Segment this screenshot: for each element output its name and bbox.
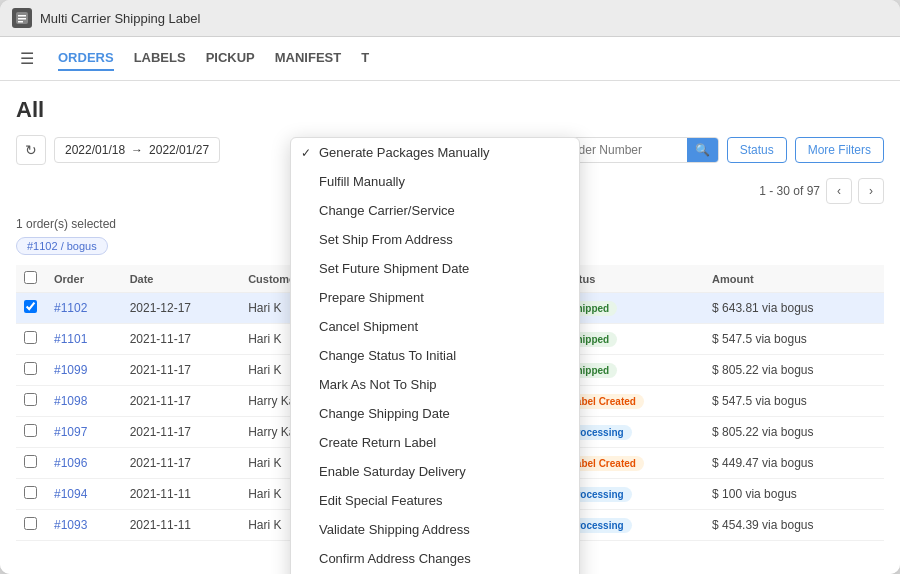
page-title: All — [16, 97, 884, 123]
date-end: 2022/01/27 — [149, 143, 209, 157]
row-order-id[interactable]: #1098 — [46, 386, 122, 417]
dropdown-item-change-shipping-date[interactable]: Change Shipping Date — [291, 399, 579, 428]
search-input[interactable] — [567, 138, 687, 162]
row-date: 2021-12-17 — [122, 293, 241, 324]
hamburger-menu[interactable]: ☰ — [16, 45, 38, 72]
dropdown-item-set-future-shipment-date[interactable]: Set Future Shipment Date — [291, 254, 579, 283]
row-checkbox[interactable] — [24, 455, 37, 468]
nav-bar: ☰ ORDERS LABELS PICKUP MANIFEST T — [0, 37, 900, 81]
row-amount: $ 100 via bogus — [704, 479, 884, 510]
dropdown-item-confirm-address-changes[interactable]: Confirm Address Changes — [291, 544, 579, 573]
row-checkbox[interactable] — [24, 424, 37, 437]
select-all-checkbox[interactable] — [24, 271, 37, 284]
dropdown-item-change-carrierservice[interactable]: Change Carrier/Service — [291, 196, 579, 225]
nav-manifest[interactable]: MANIFEST — [275, 46, 341, 71]
app-icon — [12, 8, 32, 28]
prev-page-button[interactable]: ‹ — [826, 178, 852, 204]
row-checkbox-cell[interactable] — [16, 510, 46, 541]
row-order-id[interactable]: #1096 — [46, 448, 122, 479]
dropdown-item-mark-as-not-to-ship[interactable]: Mark As Not To Ship — [291, 370, 579, 399]
main-content: All ↻ 2022/01/18 → 2022/01/27 🔍 Status M… — [0, 81, 900, 574]
dropdown-item-prepare-shipment[interactable]: Prepare Shipment — [291, 283, 579, 312]
svg-rect-1 — [18, 15, 26, 17]
row-checkbox[interactable] — [24, 362, 37, 375]
row-date: 2021-11-17 — [122, 324, 241, 355]
app-window: Multi Carrier Shipping Label ☰ ORDERS LA… — [0, 0, 900, 574]
status-filter-button[interactable]: Status — [727, 137, 787, 163]
nav-items: ORDERS LABELS PICKUP MANIFEST T — [58, 46, 369, 71]
col-amount: Amount — [704, 265, 884, 293]
row-amount: $ 449.47 via bogus — [704, 448, 884, 479]
row-checkbox-cell[interactable] — [16, 386, 46, 417]
nav-extra[interactable]: T — [361, 46, 369, 71]
row-checkbox[interactable] — [24, 331, 37, 344]
row-amount: $ 547.5 via bogus — [704, 386, 884, 417]
col-date: Date — [122, 265, 241, 293]
dropdown-item-generate-packages-manually[interactable]: Generate Packages Manually — [291, 138, 579, 167]
row-date: 2021-11-11 — [122, 510, 241, 541]
dropdown-item-set-ship-from-address[interactable]: Set Ship From Address — [291, 225, 579, 254]
row-checkbox-cell[interactable] — [16, 355, 46, 386]
row-amount: $ 454.39 via bogus — [704, 510, 884, 541]
svg-rect-2 — [18, 18, 26, 20]
row-checkbox-cell[interactable] — [16, 417, 46, 448]
date-start: 2022/01/18 — [65, 143, 125, 157]
row-date: 2021-11-17 — [122, 386, 241, 417]
dropdown-item-edit-special-features[interactable]: Edit Special Features — [291, 486, 579, 515]
search-box: 🔍 — [566, 137, 719, 163]
col-order: Order — [46, 265, 122, 293]
row-order-id[interactable]: #1097 — [46, 417, 122, 448]
row-amount: $ 547.5 via bogus — [704, 324, 884, 355]
svg-rect-3 — [18, 21, 23, 23]
row-amount: $ 805.22 via bogus — [704, 355, 884, 386]
search-button[interactable]: 🔍 — [687, 138, 718, 162]
dropdown-item-validate-shipping-address[interactable]: Validate Shipping Address — [291, 515, 579, 544]
app-title: Multi Carrier Shipping Label — [40, 11, 200, 26]
nav-labels[interactable]: LABELS — [134, 46, 186, 71]
row-checkbox[interactable] — [24, 300, 37, 313]
row-checkbox[interactable] — [24, 486, 37, 499]
pagination: 1 - 30 of 97 ‹ › — [759, 178, 884, 204]
dropdown-item-change-status-to-initial[interactable]: Change Status To Initial — [291, 341, 579, 370]
row-order-id[interactable]: #1101 — [46, 324, 122, 355]
row-checkbox-cell[interactable] — [16, 448, 46, 479]
col-checkbox — [16, 265, 46, 293]
row-checkbox[interactable] — [24, 393, 37, 406]
dropdown-item-enable-saturday-delivery[interactable]: Enable Saturday Delivery — [291, 457, 579, 486]
title-bar: Multi Carrier Shipping Label — [0, 0, 900, 37]
row-order-id[interactable]: #1093 — [46, 510, 122, 541]
selected-tag[interactable]: #1102 / bogus — [16, 237, 108, 255]
dropdown-item-fulfill-manually[interactable]: Fulfill Manually — [291, 167, 579, 196]
row-amount: $ 643.81 via bogus — [704, 293, 884, 324]
row-checkbox[interactable] — [24, 517, 37, 530]
more-filters-button[interactable]: More Filters — [795, 137, 884, 163]
dropdown-item-cancel-shipment[interactable]: Cancel Shipment — [291, 312, 579, 341]
date-range[interactable]: 2022/01/18 → 2022/01/27 — [54, 137, 220, 163]
row-checkbox-cell[interactable] — [16, 293, 46, 324]
nav-orders[interactable]: ORDERS — [58, 46, 114, 71]
row-checkbox-cell[interactable] — [16, 479, 46, 510]
context-dropdown: Generate Packages ManuallyFulfill Manual… — [290, 137, 580, 574]
nav-pickup[interactable]: PICKUP — [206, 46, 255, 71]
pagination-info: 1 - 30 of 97 — [759, 184, 820, 198]
row-date: 2021-11-17 — [122, 417, 241, 448]
row-amount: $ 805.22 via bogus — [704, 417, 884, 448]
refresh-button[interactable]: ↻ — [16, 135, 46, 165]
row-date: 2021-11-17 — [122, 448, 241, 479]
row-checkbox-cell[interactable] — [16, 324, 46, 355]
dropdown-item-create-return-label[interactable]: Create Return Label — [291, 428, 579, 457]
row-order-id[interactable]: #1099 — [46, 355, 122, 386]
row-date: 2021-11-11 — [122, 479, 241, 510]
row-date: 2021-11-17 — [122, 355, 241, 386]
row-order-id[interactable]: #1102 — [46, 293, 122, 324]
date-arrow: → — [131, 143, 143, 157]
row-order-id[interactable]: #1094 — [46, 479, 122, 510]
next-page-button[interactable]: › — [858, 178, 884, 204]
